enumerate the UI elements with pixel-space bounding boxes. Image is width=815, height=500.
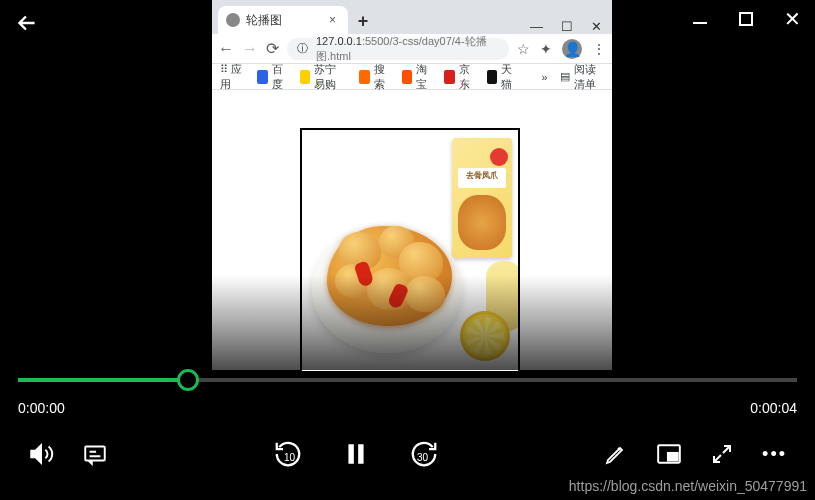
bookmark-sougou[interactable]: 搜索	[359, 62, 390, 92]
bookmark-overflow[interactable]: »	[542, 71, 548, 83]
svg-rect-2	[358, 444, 363, 464]
progress-track[interactable]	[18, 378, 797, 382]
player-maximize-icon[interactable]	[737, 10, 755, 28]
volume-icon[interactable]	[28, 441, 54, 467]
bookmark-baidu[interactable]: 百度	[257, 62, 288, 92]
fullscreen-icon[interactable]	[710, 442, 734, 466]
minimize-icon[interactable]: —	[530, 19, 543, 34]
close-icon[interactable]: ×	[325, 13, 340, 27]
player-back-button[interactable]	[14, 10, 40, 36]
page-content: 去骨凤爪	[212, 90, 612, 370]
player-controls: 10 30 •••	[0, 436, 815, 472]
carousel-image[interactable]: 去骨凤爪	[300, 128, 520, 373]
video-content: 轮播图 × + — ☐ ✕ ← → ⟳ ⓘ 127.0.0.1:5500/3-c…	[212, 0, 612, 370]
svg-rect-0	[85, 446, 105, 460]
watermark: https://blog.csdn.net/weixin_50477991	[569, 478, 807, 494]
lemon-slice	[460, 311, 510, 361]
time-total: 0:00:04	[750, 400, 797, 416]
svg-rect-4	[668, 453, 678, 461]
food-illustration	[327, 226, 452, 326]
bookmark-taobao[interactable]: 淘宝	[402, 62, 433, 92]
profile-avatar[interactable]: 👤	[562, 39, 582, 59]
bookmark-jd[interactable]: 京东	[444, 62, 475, 92]
progress-thumb[interactable]	[177, 369, 199, 391]
time-current: 0:00:00	[18, 400, 65, 416]
window-controls: — ☐ ✕	[530, 15, 612, 34]
tab-favicon	[226, 13, 240, 27]
reading-list-button[interactable]: ▤ 阅读清单	[560, 62, 604, 92]
browser-titlebar: 轮播图 × + — ☐ ✕	[212, 0, 612, 34]
browser-tab[interactable]: 轮播图 ×	[218, 6, 348, 34]
extensions-icon[interactable]: ✦	[540, 41, 552, 57]
bookmark-tmall[interactable]: 天猫	[487, 62, 518, 92]
forward-button[interactable]: 30	[409, 439, 439, 469]
bookmarks-bar: ⠿ 应用 百度 苏宁易购 搜索 淘宝 京东 天猫 » ▤ 阅读清单	[212, 64, 612, 90]
menu-icon[interactable]: ⋮	[592, 41, 606, 57]
mini-player-icon[interactable]	[656, 443, 682, 465]
product-packet: 去骨凤爪	[452, 138, 512, 258]
svg-rect-1	[348, 444, 353, 464]
info-icon: ⓘ	[297, 41, 308, 56]
back-icon[interactable]: ←	[218, 40, 234, 58]
url-host: 127.0.0.1	[316, 35, 362, 47]
pause-button[interactable]	[343, 439, 369, 469]
forward-icon[interactable]: →	[242, 40, 258, 58]
bookmark-suning[interactable]: 苏宁易购	[300, 62, 347, 92]
url-input[interactable]: ⓘ 127.0.0.1:5500/3-css/day07/4-轮播图.html	[287, 38, 509, 60]
close-icon[interactable]: ✕	[591, 19, 602, 34]
rewind-button[interactable]: 10	[273, 439, 303, 469]
new-tab-button[interactable]: +	[352, 10, 374, 32]
edit-icon[interactable]	[604, 442, 628, 466]
player-close-icon[interactable]: ✕	[783, 10, 801, 28]
progress-fill	[18, 378, 188, 382]
more-icon[interactable]: •••	[762, 444, 787, 465]
maximize-icon[interactable]: ☐	[561, 19, 573, 34]
tab-title: 轮播图	[246, 12, 319, 29]
address-bar: ← → ⟳ ⓘ 127.0.0.1:5500/3-css/day07/4-轮播图…	[212, 34, 612, 64]
apps-icon[interactable]: ⠿ 应用	[220, 62, 245, 92]
player-minimize-icon[interactable]	[691, 10, 709, 28]
subtitles-icon[interactable]	[82, 441, 108, 467]
star-icon[interactable]: ☆	[517, 41, 530, 57]
reload-icon[interactable]: ⟳	[266, 39, 279, 58]
